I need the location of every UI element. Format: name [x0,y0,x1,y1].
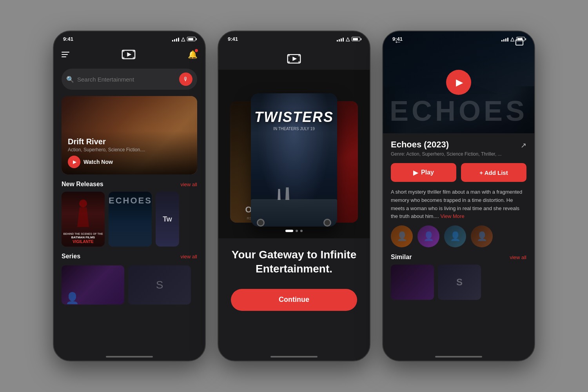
battery-icon [187,37,196,41]
svg-rect-10 [298,61,300,63]
series-view-all[interactable]: view all [180,254,197,260]
echoes-bg-text: ECHOES [383,95,534,127]
status-icons-1: △ [172,36,196,42]
svg-rect-7 [288,54,290,56]
series-thumb-2[interactable]: S [128,265,191,305]
svg-rect-4 [133,57,135,59]
similar-view-all[interactable]: view all [510,254,526,260]
cast-face-2: 👤 [417,225,439,247]
cast-avatar-4[interactable]: 👤 [471,225,493,247]
battery-icon-2 [352,37,360,41]
wifi-icon-2: △ [346,36,350,42]
status-bar-3: 9:41 △ [383,31,534,45]
time-1: 9:41 [63,36,73,42]
play-circle-icon: ▶ [68,156,80,168]
cast-avatar-1[interactable]: 👤 [391,225,413,247]
add-list-button[interactable]: + Add List [461,163,526,182]
signal-icon-3 [501,37,508,42]
screen-2: 9:41 △ [218,31,370,361]
thumbnail-batman[interactable]: BEHIND THE SCENES OF THE BATMAN FILMS VI… [62,192,105,247]
carousel-container[interactable]: ORGE RS AUGUST 23 AL RO... TWIS [218,70,370,238]
view-more-link[interactable]: View More [440,213,464,219]
screen-3: 9:41 △ ← [382,31,535,361]
carousel-center-title: TWISTERS [251,109,337,125]
play-icon: ▶ [413,169,418,176]
wifi-icon: △ [181,36,185,42]
search-bar[interactable]: 🔍 🎙 [62,69,197,90]
series-label: Series [62,253,80,260]
wifi-icon-3: △ [510,36,514,42]
carousel-dots [218,230,370,232]
detail-title-row: Echoes (2023) ↗ [391,140,526,150]
detail-content: Echoes (2023) ↗ Genre: Action, Superhero… [383,133,534,306]
bell-icon[interactable]: 🔔 [188,50,197,59]
cast-avatar-2[interactable]: 👤 [417,225,439,247]
carousel-card-center[interactable]: TWISTERS IN THEATERS JULY 19 [251,93,337,227]
continue-button[interactable]: Continue [231,289,357,311]
share-button[interactable]: ↗ [521,141,526,150]
hero-detail-image: 9:41 △ ← [383,31,534,133]
dot-2 [296,230,298,232]
hero-title: Drift River [68,137,191,146]
big-play-button[interactable]: ▶ [446,70,471,95]
gateway-section: Your Gateway to Infinite Entertainment. … [218,238,370,323]
similar-thumb-1[interactable] [391,265,434,300]
signal-icon [172,37,179,42]
svg-rect-3 [122,57,124,59]
cast-face-4: 👤 [471,225,493,247]
svg-rect-2 [133,50,135,52]
similar-row: S [391,265,526,300]
similar-section: Similar view all S [391,254,526,300]
series-thumb-1[interactable]: 👤 [62,265,124,305]
dot-3 [300,230,303,232]
dot-active [285,230,293,232]
svg-rect-8 [298,54,300,56]
play-button[interactable]: ▶ Play [391,163,456,182]
screen-1: 9:41 △ [53,31,206,361]
series-thumbnails-row: 👤 S [54,265,205,305]
detail-genre: Genre: Action, Superhero, Science Fictio… [391,151,526,157]
new-releases-header: New Releases view all [54,174,205,192]
hero-overlay: Drift River Action, Superhero, Science F… [62,131,197,174]
mic-button[interactable]: 🎙 [179,73,192,86]
similar-thumb-2[interactable]: S [438,265,481,300]
cast-face-1: 👤 [391,225,413,247]
new-releases-row: BEHIND THE SCENES OF THE BATMAN FILMS VI… [54,192,205,247]
action-buttons: ▶ Play + Add List [391,163,526,182]
time-2: 9:41 [228,36,238,42]
svg-marker-11 [292,57,297,61]
thumb-batman-label: BEHIND THE SCENES OF THE BATMAN FILMS VI… [62,232,105,244]
status-icons-2: △ [337,36,360,42]
status-icons-3: △ [501,36,525,42]
add-list-label: + Add List [479,169,508,176]
gateway-title: Your Gateway to Infinite Entertainment. [231,248,357,276]
carousel-center-date: IN THEATERS JULY 19 [251,127,337,131]
thumbnail-echoes[interactable]: ECHOES [109,192,152,247]
new-releases-view-all[interactable]: view all [180,181,197,187]
svg-rect-9 [288,61,290,63]
home-indicator-1 [106,356,153,358]
search-input[interactable] [77,76,176,83]
home-indicator-2 [270,356,318,358]
svg-rect-1 [122,50,124,52]
signal-icon-2 [337,37,344,42]
new-releases-label: New Releases [62,181,103,188]
hero-genre: Action, Superhero, Science Fiction.... [68,147,191,152]
time-3: 9:41 [392,36,403,42]
watch-now-button[interactable]: ▶ Watch Now [68,156,191,168]
watch-now-label: Watch Now [83,159,113,165]
description-text: A short mystery thriller film about a ma… [391,188,526,221]
search-icon: 🔍 [66,76,74,83]
menu-icon[interactable] [62,52,69,57]
similar-label: Similar [391,254,412,261]
series-header: Series view all [54,247,205,264]
detail-title: Echoes (2023) [391,140,449,150]
thumbnail-partial[interactable]: Tw [156,192,179,247]
app-logo-2 [286,51,302,67]
cast-avatar-3[interactable]: 👤 [444,225,466,247]
cast-row: 👤 👤 👤 👤 [391,225,526,247]
top-nav-1: 🔔 [54,45,205,67]
home-indicator-3 [435,356,482,358]
svg-marker-5 [127,53,131,57]
app-logo-1 [121,47,136,62]
